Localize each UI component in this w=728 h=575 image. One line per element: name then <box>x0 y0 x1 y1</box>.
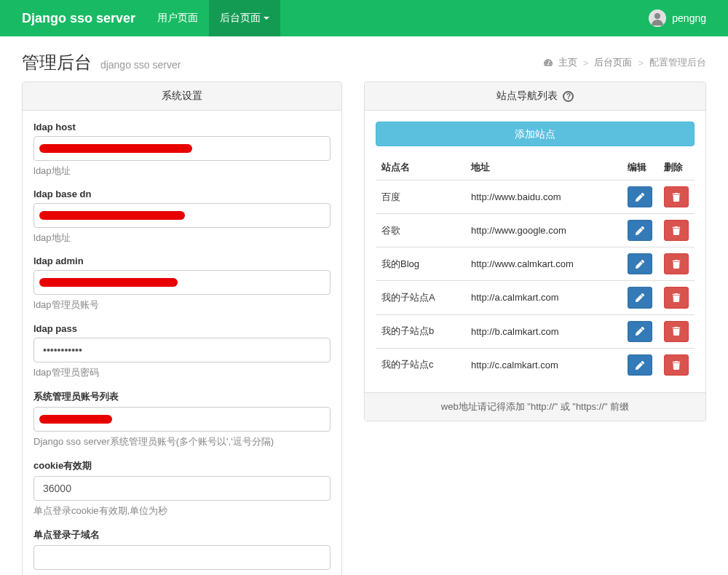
cell-url: http://www.baidu.com <box>465 181 622 214</box>
edit-icon <box>636 327 644 336</box>
input-ldap-base-dn[interactable] <box>33 203 331 228</box>
help-ldap-pass: ldap管理员密码 <box>33 366 331 379</box>
page-title: 管理后台 <box>22 52 92 72</box>
table-row: 我的Bloghttp://www.calmkart.com <box>376 247 695 281</box>
dashboard-icon <box>544 58 553 67</box>
trash-icon <box>672 293 681 302</box>
panel-heading: 站点导航列表 ? <box>365 82 705 111</box>
page-header: 管理后台 django sso server 主页 > 后台页面 > 配置管理后… <box>0 36 728 82</box>
breadcrumb-page[interactable]: 后台页面 <box>594 56 632 69</box>
form-group-ldap-host: ldap host ldap地址 <box>33 122 331 178</box>
delete-button[interactable] <box>664 220 689 241</box>
col-edit: 编辑 <box>622 155 658 181</box>
system-settings-panel: 系统设置 ldap host ldap地址 ldap base dn ldap地… <box>22 82 342 575</box>
help-ldap-base-dn: ldap地址 <box>33 231 331 245</box>
delete-button[interactable] <box>664 253 689 274</box>
navbar-user[interactable]: pengng <box>649 9 717 27</box>
breadcrumb-sep: > <box>638 58 644 68</box>
avatar <box>649 9 666 27</box>
form-group-ldap-base-dn: ldap base dn ldap地址 <box>33 189 331 245</box>
edit-button[interactable] <box>628 186 652 207</box>
site-nav-column: 站点导航列表 ? 添加站点 站点名 地址 编辑 删除 百度http://www.… <box>364 82 706 575</box>
navbar: Django sso server 用户页面 后台页面 pengng <box>0 0 728 36</box>
table-row: 百度http://www.baidu.com <box>376 181 695 214</box>
chevron-down-icon <box>264 17 269 20</box>
col-url: 地址 <box>465 155 622 181</box>
cell-url: http://www.calmkart.com <box>465 247 622 281</box>
input-ldap-host[interactable] <box>33 136 331 161</box>
trash-icon <box>672 327 681 336</box>
edit-button[interactable] <box>628 321 652 342</box>
edit-icon <box>636 260 644 269</box>
cell-url: http://c.calmkart.com <box>465 348 622 381</box>
breadcrumb-sep: > <box>583 58 589 68</box>
breadcrumb: 主页 > 后台页面 > 配置管理后台 <box>544 56 706 69</box>
nav-item-label: 后台页面 <box>220 12 261 25</box>
delete-button[interactable] <box>664 354 689 376</box>
trash-icon <box>672 260 681 269</box>
trash-icon <box>672 226 681 235</box>
panel-body: ldap host ldap地址 ldap base dn ldap地址 lda… <box>23 111 341 575</box>
panel-title: 站点导航列表 <box>496 90 558 101</box>
edit-icon <box>636 193 644 202</box>
table-row: 谷歌http://www.google.com <box>376 214 695 247</box>
table-row: 我的子站点chttp://c.calmkart.com <box>376 348 695 381</box>
trash-icon <box>672 361 681 370</box>
cell-name: 谷歌 <box>376 214 465 247</box>
add-site-button[interactable]: 添加站点 <box>376 122 695 146</box>
form-group-admin-list: 系统管理员账号列表 Django sso server系统管理员账号(多个账号以… <box>33 390 331 448</box>
form-group-cookie-expire: cookie有效期 单点登录cookie有效期,单位为秒 <box>33 459 331 518</box>
help-icon[interactable]: ? <box>563 91 574 102</box>
breadcrumb-home[interactable]: 主页 <box>558 56 577 69</box>
nav-item-label: 用户页面 <box>157 12 198 25</box>
table-header-row: 站点名 地址 编辑 删除 <box>376 155 695 181</box>
label-ldap-pass: ldap pass <box>33 323 331 334</box>
system-settings-column: 系统设置 ldap host ldap地址 ldap base dn ldap地… <box>22 82 342 575</box>
delete-button[interactable] <box>664 321 689 342</box>
edit-button[interactable] <box>628 253 652 274</box>
cell-url: http://a.calmkart.com <box>465 281 622 314</box>
input-ldap-pass[interactable] <box>33 338 331 362</box>
nav-item-admin-page[interactable]: 后台页面 <box>209 0 280 36</box>
input-admin-list[interactable] <box>33 407 331 432</box>
edit-button[interactable] <box>628 354 652 376</box>
cell-url: http://b.calmkart.com <box>465 314 622 348</box>
panel-footer: web地址请记得添加 "http://" 或 "https://" 前缀 <box>365 392 705 421</box>
edit-button[interactable] <box>628 220 652 241</box>
input-cookie-expire[interactable] <box>33 476 331 501</box>
col-delete: 删除 <box>658 155 695 181</box>
help-admin-list: Django sso server系统管理员账号(多个账号以','逗号分隔) <box>33 435 331 448</box>
cell-name: 我的子站点c <box>376 348 465 381</box>
cell-url: http://www.google.com <box>465 214 622 247</box>
edit-button[interactable] <box>628 287 652 308</box>
input-sso-domain[interactable] <box>33 545 331 570</box>
panel-heading: 系统设置 <box>23 82 341 111</box>
input-ldap-admin[interactable] <box>33 270 331 295</box>
help-ldap-host: ldap地址 <box>33 164 331 178</box>
delete-button[interactable] <box>664 186 689 207</box>
form-group-ldap-admin: ldap admin ldap管理员账号 <box>33 255 331 312</box>
site-table: 站点名 地址 编辑 删除 百度http://www.baidu.com谷歌htt… <box>376 155 695 381</box>
panel-body: 添加站点 站点名 地址 编辑 删除 百度http://www.baidu.com… <box>365 111 705 392</box>
content: 系统设置 ldap host ldap地址 ldap base dn ldap地… <box>0 82 728 575</box>
label-cookie-expire: cookie有效期 <box>33 459 331 472</box>
label-ldap-admin: ldap admin <box>33 255 331 266</box>
trash-icon <box>672 193 681 202</box>
page-subtitle: django sso server <box>100 59 181 71</box>
cell-name: 百度 <box>376 181 465 214</box>
label-admin-list: 系统管理员账号列表 <box>33 390 331 403</box>
navbar-brand[interactable]: Django sso server <box>11 11 146 26</box>
label-ldap-base-dn: ldap base dn <box>33 189 331 199</box>
nav-item-user-page[interactable]: 用户页面 <box>146 0 209 36</box>
cell-name: 我的子站点b <box>376 314 465 348</box>
edit-icon <box>636 361 644 370</box>
table-row: 我的子站点bhttp://b.calmkart.com <box>376 314 695 348</box>
table-row: 我的子站点Ahttp://a.calmkart.com <box>376 281 695 314</box>
help-ldap-admin: ldap管理员账号 <box>33 298 331 312</box>
label-sso-domain: 单点登录子域名 <box>33 528 331 542</box>
col-name: 站点名 <box>376 155 465 181</box>
label-ldap-host: ldap host <box>33 122 331 132</box>
breadcrumb-current: 配置管理后台 <box>649 56 706 69</box>
delete-button[interactable] <box>664 287 689 308</box>
site-nav-panel: 站点导航列表 ? 添加站点 站点名 地址 编辑 删除 百度http://www.… <box>364 82 706 421</box>
